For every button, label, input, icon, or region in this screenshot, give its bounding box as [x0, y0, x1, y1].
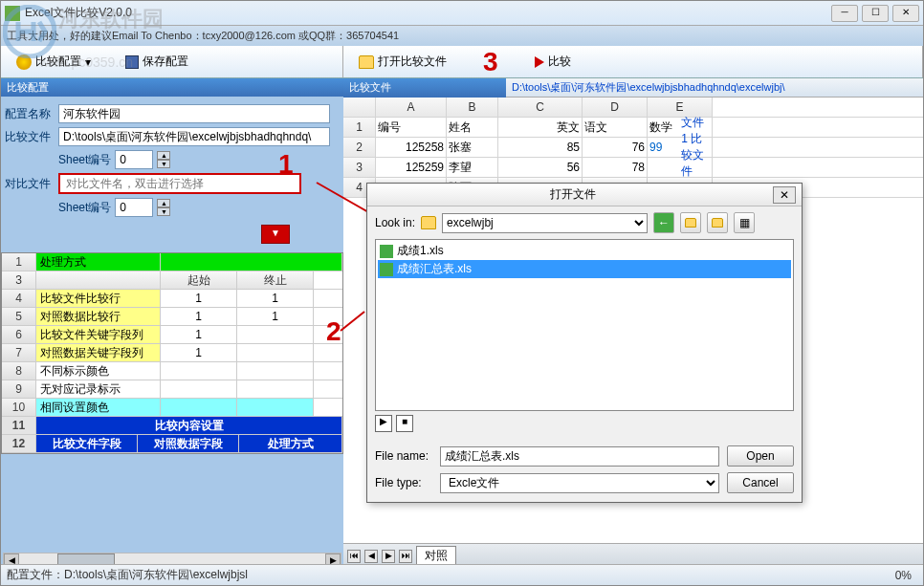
cell[interactable]: 85 — [498, 138, 583, 157]
cell[interactable]: 56 — [498, 158, 583, 177]
row-hdr[interactable]: 8 — [2, 362, 36, 380]
grid-cell[interactable]: 对照数据关键字段列 — [36, 344, 161, 361]
back-button[interactable]: ← — [653, 212, 674, 233]
compare-config-button[interactable]: 比较配置 ▾ — [9, 51, 99, 73]
grid-cell[interactable]: 1 — [161, 290, 237, 307]
cell[interactable]: 姓名 — [447, 118, 498, 137]
spin-up-1[interactable]: ▲ — [157, 151, 170, 160]
grid-cell[interactable]: 1 — [161, 326, 237, 343]
spin-up-2[interactable]: ▲ — [157, 199, 170, 207]
cell[interactable] — [648, 158, 713, 177]
open-compare-file-button[interactable]: 打开比较文件 — [351, 51, 454, 73]
row-hdr[interactable]: 12 — [2, 435, 36, 452]
grid-cell[interactable]: 比较文件关键字段列 — [36, 326, 161, 343]
grid-cell[interactable] — [161, 380, 237, 398]
look-in-select[interactable]: excelwjbj — [442, 213, 648, 233]
grid-cell[interactable]: 处理方式 — [36, 253, 161, 271]
grid-cell[interactable]: 处理方式 — [239, 435, 342, 452]
cell[interactable]: 编号 — [376, 118, 447, 137]
up-button[interactable] — [680, 212, 701, 233]
grid-cell[interactable]: 1 — [161, 308, 237, 325]
row-hdr[interactable]: 6 — [2, 326, 36, 343]
tab-next-icon[interactable]: ▶ — [382, 550, 395, 563]
grid-cell[interactable] — [161, 253, 342, 271]
grid-cell[interactable]: 比较文件字段 — [36, 435, 138, 452]
filename-input[interactable] — [440, 446, 719, 467]
grid-cell[interactable]: 比较内容设置 — [36, 417, 342, 434]
cell[interactable]: 99文件1 比较文件 — [648, 138, 713, 157]
spin-down-2[interactable]: ▼ — [157, 207, 170, 216]
row-hdr[interactable]: 10 — [2, 399, 36, 416]
col-hdr-a[interactable]: A — [376, 98, 447, 117]
cancel-button[interactable]: Cancel — [727, 472, 794, 493]
file-list[interactable]: 成绩1.xls 成绩汇总表.xls — [375, 239, 794, 411]
grid-cell[interactable] — [36, 271, 161, 289]
spin-down-1[interactable]: ▼ — [157, 160, 170, 168]
row-hdr[interactable]: 4 — [2, 290, 36, 307]
grid-cell[interactable]: 相同设置颜色 — [36, 399, 161, 416]
row-hdr[interactable]: 5 — [2, 308, 36, 325]
compare-file-input[interactable] — [58, 127, 330, 146]
cell[interactable]: 张塞 — [447, 138, 498, 157]
tab-prev-icon[interactable]: ◀ — [364, 550, 378, 563]
grid-cell[interactable] — [237, 399, 314, 416]
file-item[interactable]: 成绩1.xls — [378, 242, 791, 260]
corner-cell[interactable] — [343, 98, 376, 117]
grid-cell[interactable]: 对照数据比较行 — [36, 308, 161, 325]
cell[interactable]: 78 — [583, 158, 648, 177]
row-hdr[interactable]: 7 — [2, 344, 36, 361]
grid-cell[interactable]: 不同标示颜色 — [36, 362, 161, 380]
tab-first-icon[interactable]: ⏮ — [347, 550, 361, 563]
contrast-file-input[interactable] — [58, 173, 301, 194]
filetype-select[interactable]: Excle文件 — [440, 473, 719, 493]
close-button[interactable]: ✕ — [892, 5, 919, 22]
cell[interactable]: 125259 — [376, 158, 447, 177]
minimize-button[interactable]: ─ — [831, 5, 858, 22]
grid-cell[interactable] — [237, 362, 314, 380]
dialog-close-button[interactable]: ✕ — [773, 186, 796, 204]
sheet-tab[interactable]: 对照 — [416, 546, 456, 566]
grid-cell[interactable] — [237, 326, 314, 343]
grid-cell[interactable]: 比较文件比较行 — [36, 290, 161, 307]
grid-cell[interactable]: 1 — [161, 344, 237, 361]
cell[interactable]: 语文 — [583, 118, 648, 137]
col-hdr-e[interactable]: E — [648, 98, 713, 117]
sheet-num-input-2[interactable] — [115, 198, 153, 217]
cell[interactable]: 英文 — [498, 118, 583, 137]
config-name-input[interactable] — [58, 104, 330, 123]
grid-cell[interactable] — [161, 362, 237, 380]
row-hdr[interactable]: 3 — [2, 271, 36, 289]
row-hdr[interactable]: 3 — [343, 158, 376, 177]
row-hdr[interactable]: 9 — [2, 380, 36, 398]
row-hdr[interactable]: 11 — [2, 417, 36, 434]
grid-cell[interactable]: 1 — [237, 308, 314, 325]
cell[interactable]: 125258 — [376, 138, 447, 157]
cell[interactable]: 李望 — [447, 158, 498, 177]
sheet-num-input-1[interactable] — [115, 150, 153, 169]
col-hdr-b[interactable]: B — [447, 98, 498, 117]
row-hdr[interactable]: 1 — [2, 253, 36, 271]
nav-stop-button[interactable]: ■ — [396, 415, 413, 432]
compare-button[interactable]: 比较 — [527, 51, 579, 73]
expand-dropdown[interactable] — [261, 225, 290, 244]
open-button[interactable]: Open — [727, 445, 794, 467]
grid-cell[interactable]: 对照数据字段 — [138, 435, 239, 452]
col-hdr-c[interactable]: C — [498, 98, 583, 117]
view-button[interactable]: ▦ — [734, 212, 755, 233]
col-hdr[interactable]: 起始 — [161, 271, 237, 289]
row-hdr[interactable]: 2 — [343, 138, 376, 157]
new-folder-button[interactable] — [707, 212, 728, 233]
grid-cell[interactable] — [237, 344, 314, 361]
row-hdr[interactable]: 1 — [343, 118, 376, 137]
tab-last-icon[interactable]: ⏭ — [399, 550, 412, 563]
grid-cell[interactable] — [161, 399, 237, 416]
save-config-button[interactable]: 保存配置 — [118, 51, 196, 73]
grid-cell[interactable] — [237, 380, 314, 398]
maximize-button[interactable]: ☐ — [862, 5, 889, 22]
cell[interactable]: 76 — [583, 138, 648, 157]
file-item-selected[interactable]: 成绩汇总表.xls — [378, 260, 791, 278]
col-hdr-d[interactable]: D — [583, 98, 648, 117]
nav-play-button[interactable]: ▶ — [375, 415, 392, 432]
col-hdr[interactable]: 终止 — [237, 271, 314, 289]
grid-cell[interactable]: 无对应记录标示 — [36, 380, 161, 398]
